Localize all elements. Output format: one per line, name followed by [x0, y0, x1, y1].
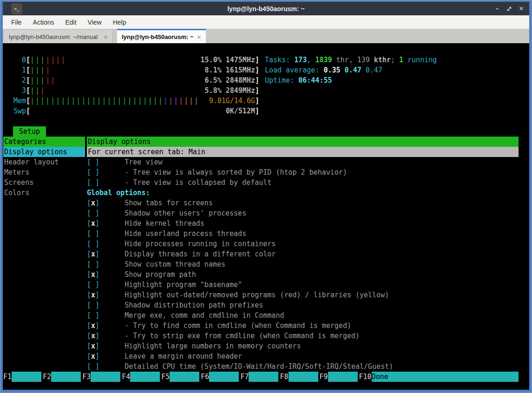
menu-item-help[interactable]: Help	[111, 17, 128, 27]
option-row[interactable]: [ ] Show custom thread names	[87, 259, 519, 269]
option-label: Merge exe, comm and cmdline in Command	[99, 311, 284, 320]
option-row[interactable]: [x] - Try to strip exe from cmdline (whe…	[87, 331, 519, 341]
option-label: Show tabs for screens	[99, 199, 213, 207]
categories-header: Categories	[3, 137, 85, 147]
setup-screen-tab: Setup	[13, 126, 46, 137]
fnkey-F6[interactable]: F6	[201, 372, 239, 382]
resize-icon	[506, 6, 512, 12]
option-label: - Tree view is always sorted by PID (hto…	[99, 168, 347, 177]
options-panel: Display options For current screen tab: …	[87, 137, 519, 372]
meter-label: Mem	[3, 96, 26, 106]
close-button[interactable]: ✕	[518, 5, 525, 13]
option-row[interactable]: [ ] Highlight program "basename"	[87, 280, 519, 290]
fnkey-F7[interactable]: F7	[240, 372, 278, 382]
tab-close-icon[interactable]: ×	[100, 33, 108, 41]
option-row[interactable]: [x] Hide kernel threads	[87, 218, 519, 229]
fnkey-F9[interactable]: F9	[320, 372, 358, 382]
category-meters[interactable]: Meters	[3, 167, 85, 177]
htop-info-column: Tasks: 173, 1839 thr, 139 kthr; 1 runnin…	[265, 55, 437, 116]
1-meter: 1[||||8.1% 1615MHz]	[3, 65, 259, 75]
fnkey-F1[interactable]: F1	[3, 372, 41, 382]
category-screens[interactable]: Screens	[3, 177, 85, 188]
fnkey-action	[170, 372, 199, 382]
minimize-button[interactable]: –	[493, 5, 501, 13]
option-label: Display threads in a different color	[99, 250, 276, 258]
option-row[interactable]: [x] Display threads in a different color	[87, 249, 519, 259]
section-header: Global options:	[87, 188, 519, 198]
checkbox: [x]	[87, 321, 99, 330]
fnkey-F8[interactable]: F8	[280, 372, 318, 382]
option-row[interactable]: [ ] Detailed CPU time (System/IO-Wait/Ha…	[87, 361, 519, 372]
option-row[interactable]: [ ] Shadow other users' processes	[87, 208, 519, 218]
tab-title: lynp@lyn-b450aorusm: ~	[122, 33, 193, 40]
category-display-options[interactable]: Display options	[3, 147, 85, 157]
option-row[interactable]: [ ] Shadow distribution path prefixes	[87, 300, 519, 310]
option-row[interactable]: [x] - Try to find comm in cmdline (when …	[87, 321, 519, 331]
option-label: - Tree view is collapsed by default	[99, 178, 271, 187]
0-meter: 0[|||||||15.0% 1475MHz]	[3, 55, 259, 65]
meter-value: 8.1% 1615MHz	[205, 65, 255, 75]
option-row[interactable]: [x] Show tabs for screens	[87, 198, 519, 208]
maximize-button[interactable]	[506, 5, 513, 13]
fnkey-F5[interactable]: F5	[161, 372, 199, 382]
fnkey-F4[interactable]: F4	[122, 372, 160, 382]
meter-label: 1	[3, 65, 26, 75]
meter-bars: |||||||	[30, 55, 201, 65]
fnkey-label: F1	[3, 372, 12, 382]
option-row[interactable]: [x] Highlight large numbers in memory co…	[87, 341, 519, 351]
checkbox: [ ]	[87, 229, 99, 238]
meter-value: 9.01G/14.6G	[209, 96, 255, 106]
checkbox: [ ]	[87, 158, 99, 166]
option-label: Hide userland process threads	[99, 229, 246, 238]
option-label: Hide processes running in containers	[99, 240, 276, 248]
checkbox: [ ]	[87, 209, 99, 217]
fnkey-label: F10	[359, 372, 372, 382]
meter-bars	[30, 106, 226, 116]
titlebar: >_ lynp@lyn-b450aorusm: ~ – ✕	[3, 2, 529, 15]
menu-item-actions[interactable]: Actions	[31, 17, 56, 27]
option-row[interactable]: [x] Leave a margin around header	[87, 351, 519, 361]
menu-item-file[interactable]: File	[9, 17, 24, 27]
option-row[interactable]: [x] Highlight out-dated/removed programs…	[87, 290, 519, 300]
meter-value: 15.0% 1475MHz	[201, 55, 255, 65]
option-row[interactable]: [x] Show program path	[87, 269, 519, 280]
meter-bars: |||||	[30, 75, 205, 85]
tab-close-icon[interactable]: ×	[193, 33, 201, 41]
fnkey-label: F7	[240, 372, 249, 382]
terminal-screen[interactable]: 0[|||||||15.0% 1475MHz]1[||||8.1% 1615MH…	[3, 43, 529, 390]
option-row[interactable]: [ ] Merge exe, comm and cmdline in Comma…	[87, 310, 519, 321]
terminal-tab-active[interactable]: lynp@lyn-b450aorusm: ~×	[117, 29, 206, 43]
categories-list: Display optionsHeader layoutMetersScreen…	[3, 147, 85, 198]
fnkey-F2[interactable]: F2	[43, 372, 81, 382]
option-label: Show custom thread names	[99, 260, 225, 269]
option-row[interactable]: [ ] - Tree view is always sorted by PID …	[87, 167, 519, 177]
fnkey-action	[209, 372, 239, 382]
menu-item-view[interactable]: View	[86, 17, 104, 27]
menu-item-edit[interactable]: Edit	[63, 17, 78, 27]
checkbox: [ ]	[87, 240, 99, 248]
fnkey-F3[interactable]: F3	[82, 372, 120, 382]
fnkey-label: F6	[201, 372, 209, 382]
category-header-layout[interactable]: Header layout	[3, 157, 85, 167]
meter-label: 3	[3, 85, 26, 96]
tasks-line: Tasks: 173, 1839 thr, 139 kthr; 1 runnin…	[265, 55, 437, 65]
option-row[interactable]: [ ] Tree view	[87, 157, 519, 167]
checkbox: [x]	[87, 352, 99, 360]
option-row[interactable]: [ ] - Tree view is collapsed by default	[87, 177, 519, 188]
fnkey-action	[130, 372, 160, 382]
fnkey-action	[91, 372, 120, 382]
option-row[interactable]: [ ] Hide processes running in containers	[87, 239, 519, 249]
terminal-app-icon: >_	[12, 4, 22, 14]
option-row[interactable]: [ ] Hide userland process threads	[87, 229, 519, 239]
2-meter: 2[|||||6.5% 2848MHz]	[3, 75, 259, 85]
checkbox: [ ]	[87, 260, 99, 269]
options-list: [ ] Tree view[ ] - Tree view is always s…	[87, 157, 519, 372]
checkbox: [ ]	[87, 178, 99, 187]
terminal-tab-inactive[interactable]: lynp@lyn-b450aorusm: ~/manual×	[4, 30, 113, 43]
fnkey-label: F3	[82, 372, 91, 382]
fnkey-F10[interactable]: F10Done	[359, 372, 519, 382]
option-label: Highlight out-dated/removed programs (re…	[99, 291, 389, 299]
meter-bars: ||||	[30, 65, 205, 75]
category-colors[interactable]: Colors	[3, 188, 85, 198]
window-title: lynp@lyn-b450aorusm: ~	[3, 5, 529, 13]
